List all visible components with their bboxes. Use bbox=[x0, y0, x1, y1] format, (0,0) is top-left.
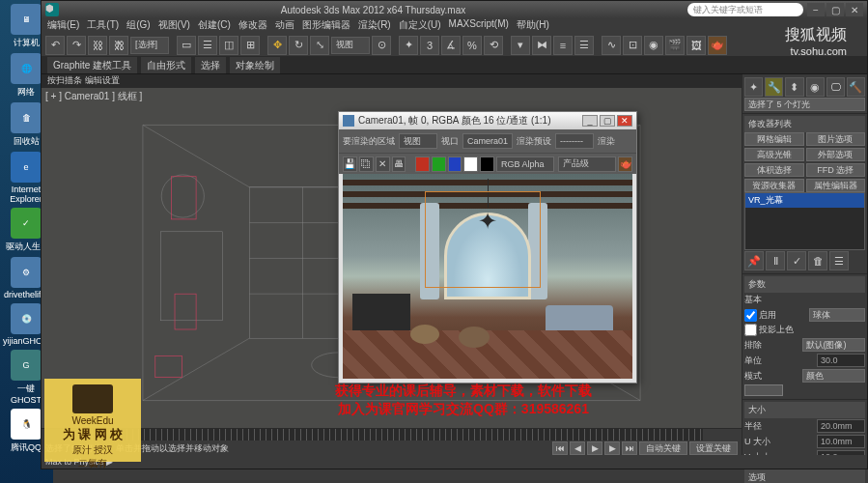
cast-checkbox[interactable] bbox=[744, 324, 757, 336]
channel-green-button[interactable] bbox=[432, 156, 446, 172]
options-rollout-header[interactable]: 选项 bbox=[744, 469, 865, 483]
panel-btn-6[interactable]: 资源收集器 bbox=[744, 179, 804, 192]
ribbon-tab-freeform[interactable]: 自由形式 bbox=[141, 57, 191, 73]
preset-dropdown[interactable]: -------- bbox=[555, 133, 594, 149]
named-sel-button[interactable]: ▾ bbox=[511, 36, 530, 55]
redo-button[interactable]: ↷ bbox=[67, 36, 86, 55]
material-button[interactable]: ◉ bbox=[644, 36, 663, 55]
panel-btn-5[interactable]: FFD 选择 bbox=[806, 163, 866, 177]
mirror-button[interactable]: ⧓ bbox=[532, 36, 551, 55]
panel-btn-0[interactable]: 网格编辑 bbox=[744, 132, 804, 146]
half-input[interactable] bbox=[817, 419, 865, 433]
curve-editor-button[interactable]: ∿ bbox=[602, 36, 621, 55]
menu-customize[interactable]: 自定义(U) bbox=[399, 18, 441, 34]
close-button[interactable]: ✕ bbox=[846, 3, 863, 16]
menu-modifier[interactable]: 修改器 bbox=[238, 18, 267, 34]
modify-tab-icon[interactable]: 🔧 bbox=[765, 77, 783, 97]
panel-btn-1[interactable]: 图片选项 bbox=[806, 132, 866, 146]
rotate-button[interactable]: ↻ bbox=[289, 36, 308, 55]
minimize-button[interactable]: − bbox=[807, 3, 825, 16]
menu-render[interactable]: 渲染(R) bbox=[358, 18, 391, 34]
channel-alpha-button[interactable] bbox=[463, 156, 478, 172]
menu-view[interactable]: 视图(V) bbox=[158, 18, 190, 34]
link-button[interactable]: ⛓ bbox=[88, 36, 107, 55]
enable-checkbox[interactable] bbox=[744, 309, 757, 322]
sub-tab-item[interactable]: 按扫描条 编辑设置 bbox=[47, 74, 120, 88]
render-setup-button[interactable]: 🎬 bbox=[665, 36, 685, 55]
stack-item-vrlight[interactable]: VR_光幕 bbox=[745, 193, 864, 208]
modifier-stack[interactable]: VR_光幕 bbox=[744, 192, 865, 250]
selection-filter-dropdown[interactable]: [选择] bbox=[130, 37, 169, 54]
rect-select-button[interactable]: ◫ bbox=[219, 36, 238, 55]
ribbon-tab-selection[interactable]: 选择 bbox=[195, 57, 226, 73]
params-rollout-header[interactable]: 参数 bbox=[744, 276, 865, 293]
create-tab-icon[interactable]: ✦ bbox=[744, 77, 763, 97]
prev-frame-button[interactable]: ◀ bbox=[570, 441, 585, 455]
menu-tools[interactable]: 工具(T) bbox=[87, 18, 119, 34]
menu-graph[interactable]: 图形编辑器 bbox=[302, 18, 350, 34]
render-min-button[interactable]: _ bbox=[582, 115, 598, 127]
ribbon-tab-graphite[interactable]: Graphite 建模工具 bbox=[47, 57, 137, 73]
set-key-button[interactable]: 设置关键 bbox=[689, 441, 738, 455]
percent-snap-button[interactable]: % bbox=[462, 36, 482, 55]
pivot-button[interactable]: ⊙ bbox=[372, 36, 391, 55]
window-crossing-button[interactable]: ⊞ bbox=[240, 36, 260, 55]
goto-end-button[interactable]: ⏭ bbox=[622, 441, 637, 455]
production-dropdown[interactable]: 产品级 bbox=[558, 156, 616, 172]
clone-button[interactable]: ⿻ bbox=[359, 156, 374, 172]
panel-btn-2[interactable]: 高级光锥 bbox=[744, 148, 804, 161]
maximize-button[interactable]: ▢ bbox=[826, 3, 844, 16]
stack-config-icon[interactable]: ☰ bbox=[829, 251, 849, 270]
stack-unique-icon[interactable]: ✓ bbox=[787, 251, 806, 270]
stack-show-icon[interactable]: Ⅱ bbox=[766, 251, 785, 270]
title-search-input[interactable]: 键入关键字或短语 bbox=[687, 3, 803, 16]
spinner-snap-button[interactable]: ⟲ bbox=[484, 36, 503, 55]
color-mode-dropdown[interactable]: 颜色 bbox=[802, 369, 866, 383]
ribbon-tab-paint[interactable]: 对象绘制 bbox=[230, 57, 280, 73]
unit-input[interactable] bbox=[817, 354, 865, 367]
render-button[interactable]: 🫖 bbox=[708, 36, 727, 55]
channel-mono-button[interactable] bbox=[480, 156, 494, 172]
render-frame-button[interactable]: 🖼 bbox=[686, 36, 706, 55]
menu-group[interactable]: 组(G) bbox=[126, 18, 150, 34]
object-name-field[interactable]: 选择了 5 个灯光 bbox=[744, 98, 865, 111]
viewport-label[interactable]: [ + ] Camera01 ] 线框 ] bbox=[45, 90, 142, 103]
move-button[interactable]: ✥ bbox=[267, 36, 287, 55]
scale-button[interactable]: ⤡ bbox=[310, 36, 329, 55]
undo-button[interactable]: ↶ bbox=[45, 36, 65, 55]
layers-button[interactable]: ☰ bbox=[574, 36, 594, 55]
menu-help[interactable]: 帮助(H) bbox=[517, 18, 549, 34]
panel-btn-4[interactable]: 体积选择 bbox=[744, 163, 804, 177]
play-button[interactable]: ▶ bbox=[587, 441, 602, 455]
render-teapot-button[interactable]: 🫖 bbox=[618, 156, 632, 172]
display-tab-icon[interactable]: 🖵 bbox=[826, 77, 845, 97]
area-dropdown[interactable]: 视图 bbox=[399, 133, 437, 149]
unlink-button[interactable]: ⛓̸ bbox=[109, 36, 128, 55]
stack-remove-icon[interactable]: 🗑 bbox=[808, 251, 827, 270]
select-name-button[interactable]: ☰ bbox=[198, 36, 217, 55]
type-dropdown[interactable]: 球体 bbox=[809, 308, 865, 322]
manipulate-button[interactable]: ✦ bbox=[399, 36, 418, 55]
render-title-bar[interactable]: Camera01, 帧 0, RGBA 颜色 16 位/通道 (1:1) _ ▢… bbox=[339, 112, 636, 129]
ref-coord-dropdown[interactable]: 视图 bbox=[331, 37, 370, 54]
angle-snap-button[interactable]: ∡ bbox=[441, 36, 461, 55]
render-region-frame[interactable] bbox=[425, 191, 541, 288]
menu-maxscript[interactable]: MAXScript(M) bbox=[449, 18, 509, 34]
color-swatch[interactable] bbox=[744, 384, 783, 396]
menu-edit[interactable]: 编辑(E) bbox=[47, 18, 79, 34]
exclude-dropdown[interactable]: 默认(图像) bbox=[802, 338, 866, 352]
clear-button[interactable]: ✕ bbox=[376, 156, 390, 172]
auto-key-button[interactable]: 自动关键 bbox=[639, 441, 687, 455]
render-output-image[interactable] bbox=[343, 174, 632, 379]
panel-btn-7[interactable]: 属性编辑器 bbox=[806, 179, 866, 192]
channel-dropdown[interactable]: RGB Alpha bbox=[496, 156, 554, 172]
align-button[interactable]: ≡ bbox=[553, 36, 573, 55]
viewport-dropdown[interactable]: Camera01 bbox=[462, 133, 513, 149]
render-close-button[interactable]: ✕ bbox=[617, 115, 632, 127]
render-frame-window[interactable]: Camera01, 帧 0, RGBA 颜色 16 位/通道 (1:1) _ ▢… bbox=[338, 111, 637, 384]
render-max-button[interactable]: ▢ bbox=[600, 115, 615, 127]
print-button[interactable]: 🖶 bbox=[392, 156, 406, 172]
channel-blue-button[interactable] bbox=[448, 156, 462, 172]
modifier-list-header[interactable]: 修改器列表 bbox=[744, 116, 865, 132]
channel-red-button[interactable] bbox=[415, 156, 430, 172]
